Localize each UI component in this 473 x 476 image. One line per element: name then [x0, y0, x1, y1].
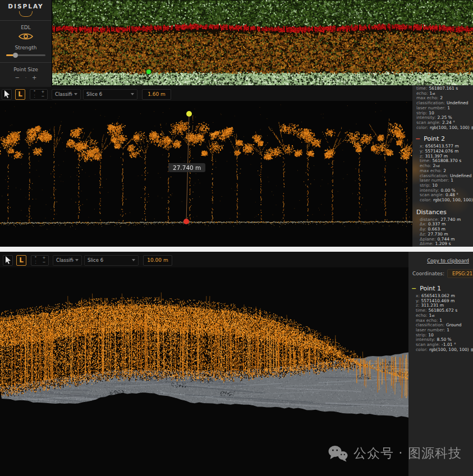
point2-section-header: − Point 2 — [412, 135, 473, 142]
chevron-down-icon — [132, 259, 135, 261]
partial-icon — [19, 11, 33, 17]
distance-row: Δtime: 1.209 s — [412, 242, 473, 247]
point-properties-panel-middle: time: 561807.161 s echo: 1st max echo: 2… — [412, 85, 473, 247]
classification-dropdown-value: Classification — [56, 257, 74, 263]
slice-width-value[interactable]: 1.60 m — [142, 89, 171, 100]
distance-label: Δtime: — [420, 242, 434, 247]
collapse-toggle[interactable]: − — [411, 285, 416, 292]
property-value: 1 — [447, 328, 449, 333]
classification-dropdown[interactable]: Classification — [52, 89, 81, 100]
property-row: color: rgb(100, 100, 100) ▦ — [412, 126, 473, 131]
cursor-tool-button[interactable] — [2, 89, 12, 100]
point1-title: Point 1 — [420, 285, 441, 292]
point1-section-header: − Point 1 — [408, 285, 473, 292]
display-panel-title: DISPLAY — [0, 3, 52, 10]
measure-distance-label: 27.740 m — [168, 163, 205, 172]
profile-view-middle[interactable] — [0, 101, 412, 247]
step-indicator-bottom: ⁚ — [31, 260, 40, 265]
edl-label: EDL — [0, 25, 52, 30]
point-cloud-app-window: DISPLAY EDL Strength Point Size − · + L — [0, 0, 473, 476]
watermark-text: 公众号 · 图源科技 — [353, 445, 462, 462]
point-size-value-dot: · — [25, 75, 26, 81]
section-divider — [0, 247, 473, 252]
property-value: 561808.370 s — [432, 159, 461, 164]
property-label: color: — [420, 198, 431, 203]
selected-point-marker[interactable] — [146, 70, 151, 74]
slice-step-controls[interactable]: ° + ⁚ − — [31, 255, 49, 266]
classification-dropdown[interactable]: Classification — [53, 255, 82, 266]
slice-step-controls[interactable]: ° + ⁚ − — [30, 89, 48, 100]
step-increase-button[interactable]: + — [39, 90, 47, 95]
step-decrease-button[interactable]: − — [39, 94, 47, 99]
slice-dropdown-value: Slice 6 — [88, 257, 130, 263]
point-size-increase-button[interactable]: + — [32, 75, 36, 81]
cursor-arrow-icon — [4, 90, 10, 98]
distances-section-header: Distances — [412, 209, 473, 216]
slice-toolbar-bottom: L ° + ⁚ − Classification Slice 6 10.00 m — [3, 254, 407, 266]
property-value: 1 — [447, 106, 450, 111]
chevron-down-icon — [74, 93, 77, 95]
collapse-toggle[interactable]: − — [415, 135, 420, 142]
top-ortho-view[interactable] — [52, 0, 473, 85]
bottom-section: L ° + ⁚ − Classification Slice 6 10.00 m — [0, 252, 473, 476]
slice-dropdown[interactable]: Slice 6 — [83, 89, 137, 100]
slice-dropdown[interactable]: Slice 6 — [84, 255, 139, 266]
coordinates-epsg-selector[interactable]: EPSG:2177 — [447, 269, 473, 278]
color-swatch: ▦ — [471, 348, 473, 353]
step-indicator-bottom: ⁚ — [30, 94, 39, 99]
point2-title: Point 2 — [424, 135, 445, 142]
property-label: color: — [416, 348, 428, 353]
property-row: color: rgb(100, 100, 100) ▦ — [412, 198, 473, 203]
slice-dropdown-value: Slice 6 — [86, 91, 129, 97]
property-value: rgb(100, 100, 100) — [430, 126, 470, 131]
distance-value: 1.209 s — [435, 242, 451, 247]
display-panel: DISPLAY EDL Strength Point Size − · + — [0, 0, 52, 87]
profile-tool-button[interactable]: L — [16, 255, 26, 266]
cursor-tool-button[interactable] — [3, 255, 13, 266]
property-value: 561805.672 s — [428, 308, 457, 313]
step-decrease-button[interactable]: − — [40, 260, 48, 265]
property-value: rgb(100, 100, 100) — [433, 198, 473, 203]
property-value: rgb(100, 100, 100) — [429, 348, 469, 353]
slider-thumb[interactable] — [13, 53, 18, 58]
copy-to-clipboard-link[interactable]: Copy to clipboard — [408, 252, 473, 264]
divider — [0, 20, 52, 21]
property-label: color: — [416, 126, 428, 131]
cursor-arrow-icon — [5, 256, 11, 264]
classification-dropdown-value: Classification — [55, 91, 72, 97]
step-indicator-top: ° — [30, 90, 39, 95]
property-value: 561807.161 s — [429, 86, 458, 91]
step-increase-button[interactable]: + — [40, 256, 48, 261]
wechat-icon — [328, 445, 348, 462]
point-size-label: Point Size — [0, 67, 52, 72]
coordinates-label: Coordinates: — [412, 271, 444, 276]
strength-label: Strength — [0, 45, 52, 50]
point-size-decrease-button[interactable]: − — [15, 75, 19, 81]
divider — [0, 62, 52, 63]
slice-toolbar-middle: L ° + ⁚ − Classification Slice 6 1.60 m — [2, 88, 411, 100]
point-properties-panel-bottom: Copy to clipboard Coordinates: EPSG:2177… — [408, 252, 473, 476]
chevron-down-icon — [131, 93, 134, 95]
edl-eye-toggle-icon[interactable] — [19, 32, 33, 41]
step-indicator-top: ° — [31, 256, 40, 261]
property-value: 1 — [451, 178, 453, 183]
edl-strength-slider[interactable] — [6, 53, 45, 58]
slice-width-value[interactable]: 10.00 m — [143, 255, 172, 266]
chevron-down-icon — [75, 259, 79, 261]
watermark: 公众号 · 图源科技 — [328, 445, 462, 462]
property-row: color: rgb(100, 100, 100) ▦ — [408, 348, 473, 353]
profile-tool-button[interactable]: L — [15, 89, 25, 100]
